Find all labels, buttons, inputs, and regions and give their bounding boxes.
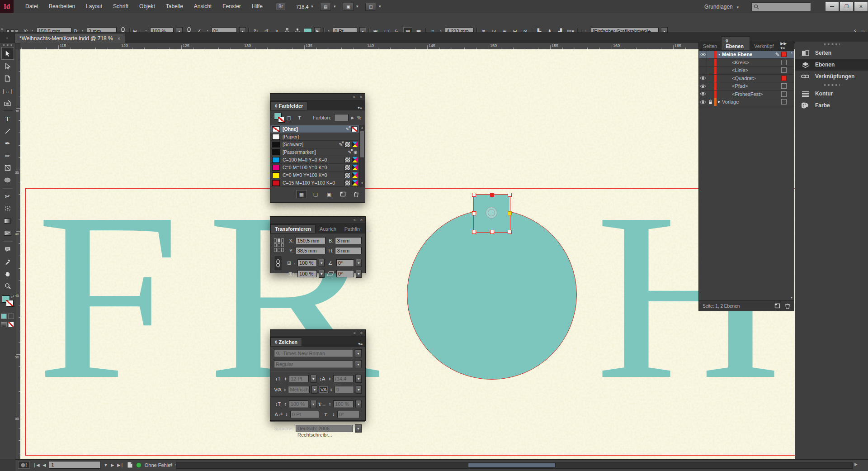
arrange-caret-icon[interactable]: ▼ — [378, 5, 382, 9]
content-grabber-icon[interactable] — [486, 207, 497, 219]
tshear-field[interactable]: 0° — [336, 270, 354, 277]
expand-icon[interactable]: ▶ — [717, 100, 722, 104]
dock-grip[interactable] — [824, 84, 840, 86]
swatch-row[interactable]: [Schwarz]✎ — [270, 141, 365, 148]
pencil-tool[interactable]: ✏ — [2, 150, 14, 162]
vscale-dropdown[interactable]: ▼ — [310, 400, 316, 408]
menu-datei[interactable]: Datei — [20, 0, 43, 13]
tint-field[interactable] — [334, 114, 349, 121]
tab-overflow-chevrons-icon[interactable]: » — [2, 34, 13, 42]
handle-top-center[interactable] — [490, 193, 494, 197]
scroll-down-icon[interactable]: ▼ — [359, 181, 365, 186]
lock-toggle[interactable] — [707, 98, 714, 106]
leading-field[interactable]: (14,4 Pt) — [333, 375, 354, 382]
hscale-stepper[interactable]: ▲▼ — [328, 402, 331, 406]
close-panel-icon[interactable]: × — [360, 218, 363, 222]
eyedropper-tool[interactable] — [2, 256, 14, 267]
show-color-swatches-button[interactable]: ▢ — [311, 190, 321, 198]
kerning-dropdown[interactable]: ▼ — [311, 385, 317, 394]
visibility-toggle[interactable] — [699, 82, 707, 90]
text-button[interactable]: T — [296, 114, 304, 121]
collapse-panel-icon[interactable]: « — [354, 218, 356, 222]
menu-schrift[interactable]: Schrift — [108, 0, 134, 13]
menu-objekt[interactable]: Objekt — [134, 0, 160, 13]
ornament-circle[interactable] — [407, 209, 577, 380]
layer-row[interactable]: <Kreis> — [699, 59, 794, 67]
vertical-scale-field[interactable]: 100 % — [289, 400, 308, 408]
container-button[interactable]: ▢ — [285, 114, 293, 121]
swatch-row[interactable]: [Passermarken]✎⊕ — [270, 148, 365, 156]
show-all-swatches-button[interactable]: ▦ — [296, 190, 307, 198]
lock-toggle[interactable] — [707, 75, 714, 82]
menu-tabelle[interactable]: Tabelle — [160, 0, 189, 13]
dock-item-farbe[interactable]: Farbe — [795, 100, 868, 111]
dock-item-kontur[interactable]: Kontur — [795, 88, 868, 100]
gradient-feather-tool[interactable] — [2, 227, 14, 239]
swatch-row[interactable]: C=100 M=0 Y=0 K=0 — [270, 156, 365, 164]
horizontal-scrollbar[interactable] — [176, 462, 853, 469]
layers-scroll-down-icon[interactable]: ▼ — [790, 296, 793, 299]
selection-proxy[interactable] — [781, 83, 787, 89]
layer-row[interactable]: <FrohesFest> — [699, 90, 794, 99]
panel-menu-icon[interactable]: ▾≡ — [364, 228, 374, 233]
panel-menu-icon[interactable]: ▾≡ — [355, 342, 365, 346]
dock-item-seiten[interactable]: Seiten — [795, 47, 868, 59]
tint-slider-arrow-icon[interactable]: ▶ — [351, 116, 354, 120]
selection-proxy[interactable] — [781, 91, 787, 97]
ellipse-tool[interactable] — [2, 174, 14, 186]
scroll-left-icon[interactable]: ◀ — [169, 462, 172, 466]
tscale-y-dd[interactable]: ▼ — [319, 270, 325, 278]
tx-field[interactable]: 150,5 mm — [296, 237, 326, 244]
baseline-stepper[interactable]: ▲▼ — [285, 413, 288, 416]
first-page-button[interactable]: ❘◀ — [33, 463, 39, 467]
trotation-field[interactable]: 0° — [336, 259, 354, 266]
lock-toggle[interactable] — [707, 82, 714, 90]
selection-proxy[interactable] — [781, 52, 787, 57]
swatch-row[interactable]: C=0 M=100 Y=0 K=0 — [270, 164, 365, 171]
scissors-tool[interactable]: ✂ — [2, 190, 14, 202]
kerning-stepper[interactable]: ▲▼ — [283, 388, 287, 391]
handle-bottom-left[interactable] — [472, 230, 476, 234]
free-transform-tool[interactable] — [2, 203, 14, 214]
handle-bottom-right[interactable] — [508, 230, 512, 234]
lock-toggle[interactable] — [707, 59, 714, 67]
zoom-level-value[interactable]: 718,4 — [296, 4, 309, 10]
collapse-panel-icon[interactable]: « — [353, 95, 355, 99]
skew-stepper[interactable]: ▲▼ — [332, 413, 335, 416]
scrollbar-thumb[interactable] — [360, 131, 364, 158]
scroll-right-icon[interactable]: ▶ — [854, 462, 858, 466]
selection-proxy[interactable] — [781, 76, 787, 81]
fill-stroke-proxy[interactable]: ⇄ — [1, 295, 14, 311]
scroll-up-icon[interactable]: ▲ — [359, 125, 365, 130]
delete-layer-button[interactable] — [785, 303, 790, 309]
selection-tool[interactable] — [1, 47, 14, 60]
skew-field[interactable]: 0° — [337, 411, 360, 418]
language-field[interactable]: Deutsch: 2006 Rechtschreibr... — [296, 425, 353, 432]
swatches-scrollbar[interactable]: ▲ ▼ — [359, 125, 365, 186]
size-dropdown[interactable]: ▼ — [311, 375, 317, 383]
close-button[interactable]: ✕ — [854, 2, 868, 11]
arrange-documents-button[interactable]: ◫ — [365, 3, 376, 11]
fill-stroke-proxy-small[interactable] — [274, 113, 282, 123]
tab-verknuepfungen[interactable]: Verknüpf — [750, 42, 778, 50]
document-canvas[interactable]: FR H « × ◊ Farbfelder ▾≡ — [20, 49, 795, 459]
apply-none-button[interactable] — [8, 322, 14, 327]
menu-bearbeiten[interactable]: Bearbeiten — [43, 0, 80, 13]
type-tool[interactable]: T — [2, 113, 14, 125]
ty-field[interactable]: 38,5 mm — [296, 247, 326, 254]
direct-selection-tool[interactable] — [2, 60, 14, 72]
bridge-button[interactable]: Br — [276, 3, 285, 10]
delete-swatch-button[interactable] — [351, 190, 361, 198]
gradient-tool[interactable] — [2, 215, 14, 227]
last-page-button[interactable]: ▶❘ — [117, 463, 123, 467]
pen-tool[interactable]: ✒ — [2, 138, 14, 149]
visibility-toggle[interactable] — [699, 51, 707, 58]
new-layer-button[interactable] — [774, 303, 780, 309]
tab-seiten[interactable]: Seiten — [699, 42, 721, 50]
content-collector-tool[interactable] — [2, 97, 14, 109]
document-status-icon[interactable] — [127, 461, 133, 468]
layer-row[interactable]: ▶Vorlage — [699, 98, 794, 106]
tshear-dd[interactable]: ▼ — [356, 270, 362, 278]
handle-middle-left[interactable] — [472, 211, 476, 215]
leading-dropdown[interactable]: ▼ — [355, 375, 362, 383]
